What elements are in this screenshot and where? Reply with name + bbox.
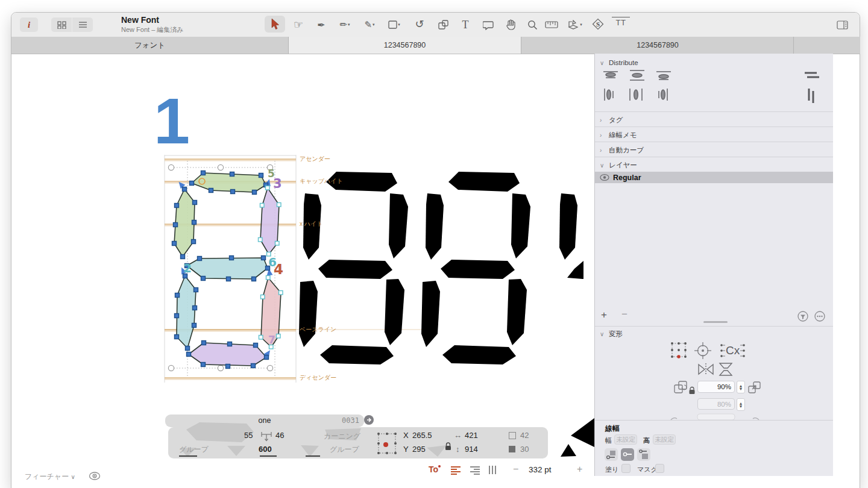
distribute-horizontal-button[interactable] xyxy=(804,69,819,81)
vertical-layout-button[interactable] xyxy=(488,465,498,475)
x-label: X xyxy=(403,431,409,440)
mirror-vertical-button[interactable] xyxy=(718,362,734,377)
line2-visible-shapes[interactable] xyxy=(561,418,594,457)
rotate-tool[interactable]: ↺ xyxy=(410,16,429,33)
drag-handle[interactable] xyxy=(306,455,320,457)
mask-checkbox[interactable] xyxy=(655,464,664,473)
layer-options-button[interactable] xyxy=(814,311,825,322)
erase-tool[interactable]: ✎▾ xyxy=(360,16,379,33)
filter-layers-button[interactable] xyxy=(797,311,808,322)
panel-resize-handle[interactable] xyxy=(703,321,728,323)
tab-font[interactable]: フォント xyxy=(11,37,289,54)
tab-edit-2[interactable]: 1234567890 xyxy=(521,37,794,54)
stroke-tool[interactable]: ▾ xyxy=(566,16,584,33)
add-layer-button[interactable]: + xyxy=(601,309,607,321)
fill-checkbox[interactable] xyxy=(621,464,631,473)
temp-select-tool[interactable]: ☞ xyxy=(289,16,307,33)
section-transform[interactable]: ∨ 変形 xyxy=(600,328,829,340)
rendered-digit-1[interactable] xyxy=(299,172,408,364)
annotation-tool[interactable] xyxy=(479,17,497,34)
metric-label-baseline: ベースライン xyxy=(300,325,336,334)
sidebar-toggle-button[interactable] xyxy=(833,16,851,33)
zoom-out-button[interactable]: − xyxy=(513,464,518,475)
scale-lock-icon[interactable] xyxy=(688,386,696,395)
lock-icon[interactable] xyxy=(444,442,452,451)
pen-tool[interactable]: ✒ xyxy=(312,16,330,33)
primitives-tool[interactable]: ▾ xyxy=(385,16,403,33)
stroke-height-field[interactable]: 未設定 xyxy=(653,434,676,445)
rendered-digit-3-partial[interactable] xyxy=(559,193,583,279)
section-distribute[interactable]: ∨ Distribute xyxy=(600,57,829,69)
tab-edit-active[interactable]: 1234567890 xyxy=(289,37,521,54)
section-layers[interactable]: ∨ レイヤー xyxy=(600,159,829,171)
scale-horizontal-field[interactable]: 90% xyxy=(697,381,735,393)
stroke-width-field[interactable]: 未設定 xyxy=(614,434,637,445)
tab-edit-label: 1234567890 xyxy=(384,41,426,49)
font-info-button[interactable]: i xyxy=(20,17,38,32)
section-tags[interactable]: › タグ xyxy=(600,114,829,126)
list-view-button[interactable] xyxy=(72,17,93,32)
x-value[interactable]: 265.5 xyxy=(412,431,432,440)
hand-tool[interactable] xyxy=(502,16,520,33)
select-tool[interactable] xyxy=(266,16,284,33)
metric-label-ascender: アセンダー xyxy=(300,155,330,163)
drag-handle[interactable] xyxy=(260,455,277,457)
svg-text:S: S xyxy=(596,20,600,28)
pencil-tool[interactable]: ✏▾ xyxy=(336,16,354,33)
distribute-vertical-button[interactable] xyxy=(805,87,817,103)
jump-to-glyph-button[interactable] xyxy=(364,415,374,425)
transform-origin-button[interactable] xyxy=(670,341,688,359)
stroke-pos-right-button[interactable] xyxy=(637,448,650,461)
rsb-value[interactable]: 46 xyxy=(275,431,284,440)
metrics-lock-icon[interactable] xyxy=(260,430,273,443)
align-vertical-buttons[interactable] xyxy=(602,87,675,103)
stroke-pos-center-button[interactable] xyxy=(621,448,634,461)
drag-handle[interactable] xyxy=(179,455,197,457)
layer-row-regular[interactable]: Regular xyxy=(595,172,833,183)
measure-tool[interactable] xyxy=(542,16,561,33)
scale-vertical-field[interactable]: 80% xyxy=(697,398,735,410)
align-horizontal-buttons[interactable] xyxy=(602,68,675,84)
speedpunk-tool[interactable]: S xyxy=(589,16,607,33)
layer-visible-eye-icon[interactable] xyxy=(600,174,609,181)
zoom-tool[interactable] xyxy=(523,16,541,33)
scale-tool[interactable] xyxy=(434,16,452,33)
zoom-in-button[interactable]: + xyxy=(577,464,582,475)
remove-layer-button[interactable]: − xyxy=(621,308,627,321)
scale-copy-icon[interactable] xyxy=(673,380,689,395)
y-value[interactable]: 295 xyxy=(412,445,426,454)
kerning-group-right[interactable]: グループ xyxy=(330,445,359,455)
transform-reference-button[interactable] xyxy=(694,342,712,360)
transform-metrics-button[interactable]: Cx xyxy=(719,343,759,358)
selection-height[interactable]: 914 xyxy=(465,445,478,454)
features-menu[interactable]: フィーチャー ∨ xyxy=(25,472,75,482)
scale-proportional-icon[interactable] xyxy=(747,381,762,394)
mirror-horizontal-button[interactable] xyxy=(697,362,714,377)
paths-square-icon xyxy=(509,446,515,452)
info-icon: i xyxy=(28,20,30,30)
stroke-pos-left-button[interactable] xyxy=(605,448,618,461)
text-tool[interactable]: T xyxy=(456,16,474,33)
scale-vertical-stepper[interactable]: ▲▼ xyxy=(737,398,745,411)
truetype-tool[interactable]: TT xyxy=(612,17,630,27)
tt-tool-label: TT xyxy=(616,18,626,27)
grid-view-button[interactable] xyxy=(51,17,72,32)
width-value[interactable]: 600 xyxy=(259,445,272,454)
align-left-button[interactable] xyxy=(450,466,462,475)
section-auto-curve[interactable]: › 自動カーブ xyxy=(600,144,829,156)
lsb-value[interactable]: 55 xyxy=(244,431,253,440)
kerning-group-left[interactable]: グループ xyxy=(179,445,209,455)
rectangle-icon xyxy=(388,20,398,29)
text-mode-button[interactable]: To xyxy=(429,465,441,474)
selection-origin-icon[interactable] xyxy=(376,430,399,457)
align-right-button[interactable] xyxy=(468,466,480,475)
preview-eye-button[interactable] xyxy=(89,472,101,480)
selection-width[interactable]: 421 xyxy=(465,431,478,440)
zoom-level[interactable]: 332 pt xyxy=(529,465,552,474)
stroke-pos-center-icon xyxy=(621,448,634,461)
stroke-w-label: 幅 xyxy=(605,436,612,445)
rendered-digit-2[interactable] xyxy=(421,172,530,364)
kerning-label[interactable]: カーニング xyxy=(324,431,360,442)
section-stroke-memo[interactable]: › 線幅メモ xyxy=(600,129,829,141)
scale-horizontal-stepper[interactable]: ▲▼ xyxy=(737,381,745,393)
